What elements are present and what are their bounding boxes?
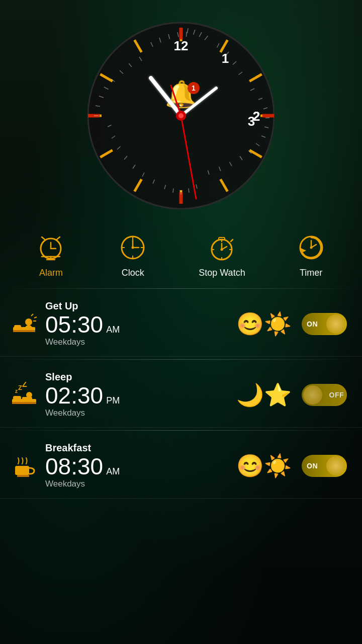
svg-rect-124 — [17, 475, 29, 477]
svg-text:Z: Z — [22, 382, 27, 388]
toggle-label-sleep: OFF — [329, 391, 344, 399]
alarm-title-sleep: Sleep — [45, 371, 229, 383]
toggle-knob-sleep — [303, 385, 322, 405]
alarm-emoji-sleep: 🌙⭐ — [236, 382, 292, 408]
main-divider — [0, 288, 362, 289]
svg-rect-117 — [13, 396, 21, 401]
svg-line-40 — [173, 189, 173, 193]
alarm-days-sleep: Weekdays — [45, 408, 229, 418]
alarm-item-sleep[interactable]: z Z Z Sleep 02:30 PM Weekdays 🌙⭐ OFF — [0, 362, 362, 428]
alarm-item-breakfast[interactable]: Breakfast 08:30 AM Weekdays 😊☀️ ON — [0, 433, 362, 499]
svg-text:1: 1 — [192, 84, 196, 92]
tab-timer-label: Timer — [300, 268, 322, 278]
alarm-time-main-sleep: 02:30 — [45, 384, 103, 407]
svg-point-111 — [25, 318, 32, 326]
alarm-icon-breakfast — [10, 452, 38, 479]
toggle-label-getup: ON — [307, 320, 318, 328]
alarm-emoji-breakfast: 😊☀️ — [236, 453, 292, 479]
svg-point-87 — [132, 247, 134, 249]
stopwatch-tab-icon — [206, 231, 238, 264]
alarm-title-getup: Get Up — [45, 300, 229, 312]
svg-line-79 — [42, 237, 45, 239]
alarm-time-getup: 05:30 AM — [45, 313, 229, 336]
alarm-tab-icon — [35, 231, 67, 264]
alarm-info-breakfast: Breakfast 08:30 AM Weekdays — [45, 442, 229, 489]
alarm-divider-1 — [0, 359, 362, 360]
clock-section: 12 1 2 2 3 🔔 1 — [0, 0, 362, 221]
alarm-time-ampm-getup: AM — [106, 325, 120, 335]
svg-rect-109 — [13, 330, 35, 332]
svg-rect-116 — [12, 402, 36, 404]
toggle-getup[interactable]: ON — [302, 313, 347, 335]
app-container: 12 1 2 2 3 🔔 1 — [0, 0, 362, 644]
svg-point-107 — [310, 247, 312, 249]
alarm-time-breakfast: 08:30 AM — [45, 455, 229, 478]
toggle-knob-breakfast — [326, 456, 345, 475]
alarm-time-sleep: 02:30 PM — [45, 384, 229, 407]
alarm-icon-getup — [10, 310, 38, 338]
svg-rect-123 — [15, 466, 29, 475]
svg-rect-110 — [14, 325, 21, 329]
alarm-emoji-getup: 😊☀️ — [236, 311, 292, 337]
toggle-sleep[interactable]: OFF — [302, 384, 347, 406]
analog-clock: 12 1 2 2 3 🔔 1 — [85, 20, 277, 211]
tab-timer[interactable]: Timer — [295, 231, 327, 278]
timer-tab-icon — [295, 231, 327, 264]
svg-text:z: z — [15, 388, 18, 394]
alarm-divider-2 — [0, 430, 362, 431]
alarm-time-ampm-breakfast: AM — [106, 466, 120, 477]
tab-stopwatch-label: Stop Watch — [199, 268, 245, 278]
svg-point-95 — [221, 249, 223, 251]
clock-tab-icon — [117, 231, 149, 264]
svg-line-113 — [34, 317, 37, 318]
svg-line-38 — [189, 189, 189, 193]
svg-line-98 — [231, 239, 233, 242]
tab-stopwatch[interactable]: Stop Watch — [199, 231, 245, 278]
tab-alarm[interactable]: Alarm — [35, 231, 67, 278]
alarm-info-sleep: Sleep 02:30 PM Weekdays — [45, 371, 229, 418]
toggle-knob-getup — [326, 314, 345, 334]
tab-clock-label: Clock — [122, 268, 144, 278]
alarm-info-getup: Get Up 05:30 AM Weekdays — [45, 300, 229, 347]
svg-line-80 — [57, 237, 60, 239]
clock-svg: 12 1 2 2 3 🔔 1 — [85, 20, 277, 211]
tab-alarm-label: Alarm — [39, 268, 63, 278]
svg-line-112 — [31, 314, 33, 316]
alarm-time-main-getup: 05:30 — [45, 313, 103, 336]
toggle-label-breakfast: ON — [307, 462, 318, 470]
alarm-time-main-breakfast: 08:30 — [45, 455, 103, 478]
nav-tabs: Alarm Clock — [0, 226, 362, 286]
toggle-breakfast[interactable]: ON — [302, 455, 347, 477]
alarm-list: Get Up 05:30 AM Weekdays 😊☀️ ON — [0, 291, 362, 644]
alarm-item-getup[interactable]: Get Up 05:30 AM Weekdays 😊☀️ ON — [0, 291, 362, 357]
alarm-icon-sleep: z Z Z — [10, 381, 38, 409]
alarm-days-getup: Weekdays — [45, 337, 229, 347]
svg-line-28 — [265, 118, 269, 118]
svg-text:Z: Z — [18, 384, 22, 391]
svg-text:1: 1 — [222, 51, 229, 66]
svg-text:3: 3 — [248, 114, 255, 129]
alarm-days-breakfast: Weekdays — [45, 479, 229, 489]
tab-clock[interactable]: Clock — [117, 231, 149, 278]
svg-point-75 — [178, 113, 184, 118]
svg-text:12: 12 — [174, 38, 189, 53]
alarm-title-breakfast: Breakfast — [45, 442, 229, 454]
svg-line-61 — [187, 32, 187, 37]
alarm-time-ampm-sleep: PM — [106, 395, 120, 406]
svg-rect-119 — [22, 397, 32, 400]
